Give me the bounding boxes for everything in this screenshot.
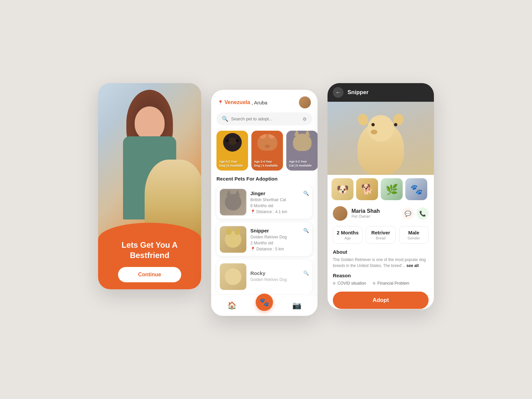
about-title: About (333, 249, 429, 255)
category-dog-mid[interactable]: Age 2-4 Year Dog | 4 Available (251, 131, 283, 171)
reason-item-covid: COVID situation (333, 281, 366, 286)
phone-3-screen: ← Snipper 🐶 (328, 83, 434, 309)
phone1-cta-area: Lets Get You A Bestfriend Continue (98, 223, 201, 289)
nav-home-icon[interactable]: 🏠 (227, 301, 236, 310)
location-country: , Aruba (250, 100, 267, 105)
pet-breed-3: Golden Retriver Dog (250, 277, 309, 282)
category-dog-young[interactable]: Age 0-2 Year Dog | 6 Available (216, 131, 248, 171)
category-label-2: Age 2-4 Year Dog | 4 Available (251, 160, 283, 171)
phone-1-screen: Lets Get You A Bestfriend Continue (98, 83, 201, 289)
pet-distance: 📍Distance : 4.1 km (250, 209, 309, 214)
filter-icon[interactable]: ⚙ (303, 116, 307, 122)
reason-label-1: COVID situation (337, 281, 366, 286)
stat-age-value: 2 Months (336, 230, 359, 235)
nav-camera-icon[interactable]: 📷 (292, 301, 301, 310)
about-text: The Golden Retriever is one of the most … (333, 257, 429, 269)
pet-search-icon-2[interactable]: 🔍 (303, 228, 309, 233)
contact-buttons: 💬 📞 (402, 207, 429, 219)
user-avatar[interactable] (299, 96, 311, 108)
stat-age-label: Age (336, 236, 359, 240)
owner-row: Maria Shah Pet Owner 💬 📞 (328, 203, 434, 223)
search-input[interactable] (231, 116, 300, 121)
reason-section: Reason COVID situation Financial Problem (328, 271, 434, 288)
pet-name: Snipper (250, 228, 269, 233)
reason-title: Reason (333, 273, 429, 278)
category-cat[interactable]: Age 0-2 Year Cat | 8 Available (286, 131, 318, 171)
phone2-header: 📍 Venezuela , Aruba (211, 90, 318, 112)
pet-info-jinger: Jinger 🔍 British Shorthair Cat 8 Months … (250, 191, 309, 214)
phone1-hero-image (98, 83, 201, 246)
thumbnail-row: 🐶 🐕 🌿 🐾 (328, 175, 434, 203)
phone1-tagline: Lets Get You A Bestfriend (122, 240, 178, 260)
pet-thumbnail-snipper (220, 226, 246, 253)
owner-role: Pet Owner (351, 214, 398, 219)
pet-age-2: 2 Months old (250, 241, 309, 245)
section-recent-pets-title: Recent Pets For Adoption (211, 176, 318, 186)
adopt-button-wrap: Adopt (328, 288, 434, 309)
see-all-link[interactable]: see all (407, 263, 419, 268)
category-animal-icon-3 (286, 131, 318, 154)
category-animal-icon-2 (251, 131, 283, 154)
stats-row: 2 Months Age Retriver Bread Male Gender (328, 223, 434, 246)
phone3-pet-name-title: Snipper (347, 89, 368, 96)
call-button[interactable]: 📞 (417, 207, 429, 219)
search-bar[interactable]: 🔍 ⚙ (216, 112, 312, 125)
pet-search-icon-3[interactable]: 🔍 (303, 270, 309, 276)
reason-list: COVID situation Financial Problem (333, 281, 429, 286)
owner-avatar (333, 206, 347, 221)
pet-thumbnail-jinger (220, 189, 246, 215)
category-label: Age 0-2 Year Dog | 6 Available (216, 160, 248, 171)
stat-gender-value: Male (403, 230, 425, 235)
phone3-hero-image (328, 102, 434, 175)
bottom-nav: 🏠 🐾 📷 (211, 295, 318, 316)
stat-breed-value: Retriver (369, 230, 392, 235)
adopt-button[interactable]: Adopt (333, 292, 429, 309)
thumb-2[interactable]: 🐕 (356, 178, 378, 200)
stat-age: 2 Months Age (333, 226, 362, 244)
stat-gender-label: Gender (403, 236, 425, 240)
owner-info: Maria Shah Pet Owner (351, 208, 398, 219)
about-section: About The Golden Retriever is one of the… (328, 246, 434, 271)
pet-thumbnail-rocky (220, 263, 246, 290)
pet-list-item[interactable]: Jinger 🔍 British Shorthair Cat 8 Months … (216, 186, 312, 219)
thumb-3[interactable]: 🌿 (381, 178, 403, 200)
thumb-1[interactable]: 🐶 (332, 178, 353, 200)
stat-breed: Retriver Bread (366, 226, 395, 244)
pet-breed: British Shorthair Cat (250, 198, 309, 202)
pet-distance-2: 📍Distance : 5 km (250, 247, 309, 251)
pet-name: Jinger (250, 191, 265, 196)
reason-dot-1 (333, 282, 335, 285)
stat-breed-label: Bread (369, 236, 392, 240)
pet-list-item[interactable]: Rocky 🔍 Golden Retriver Dog (216, 260, 312, 293)
pet-breed-2: Golden Retriver Dog (250, 235, 309, 239)
chat-button[interactable]: 💬 (402, 207, 414, 219)
pet-search-icon[interactable]: 🔍 (303, 191, 309, 196)
pet-list-item[interactable]: Snipper 🔍 Golden Retriver Dog 2 Months o… (216, 223, 312, 256)
pet-list: Jinger 🔍 British Shorthair Cat 8 Months … (211, 186, 318, 293)
search-icon: 🔍 (222, 116, 228, 122)
phone3-header: ← Snipper (328, 83, 434, 102)
nav-paw-button[interactable]: 🐾 (256, 294, 273, 311)
category-label-3: Age 0-2 Year Cat | 8 Available (286, 160, 318, 171)
pet-info-snipper: Snipper 🔍 Golden Retriver Dog 2 Months o… (250, 228, 309, 251)
reason-label-2: Financial Problem (377, 281, 409, 286)
stat-gender: Male Gender (399, 226, 429, 244)
location-pin-icon: 📍 (218, 100, 223, 105)
category-animal-icon (216, 131, 248, 154)
owner-name: Maria Shah (351, 208, 398, 214)
pet-info-rocky: Rocky 🔍 Golden Retriver Dog (250, 270, 309, 283)
continue-button[interactable]: Continue (118, 267, 181, 282)
location-city: Venezuela (224, 99, 250, 105)
thumb-4[interactable]: 🐾 (405, 178, 427, 200)
phone-2-screen: 📍 Venezuela , Aruba 🔍 ⚙ (211, 90, 318, 316)
reason-dot-2 (373, 282, 375, 285)
pet-categories: Age 0-2 Year Dog | 6 Available Age 2-4 Y… (211, 131, 318, 176)
reason-item-financial: Financial Problem (373, 281, 409, 286)
back-button[interactable]: ← (333, 87, 343, 98)
pet-age: 8 Months old (250, 203, 309, 208)
pet-name-3: Rocky (250, 270, 265, 276)
